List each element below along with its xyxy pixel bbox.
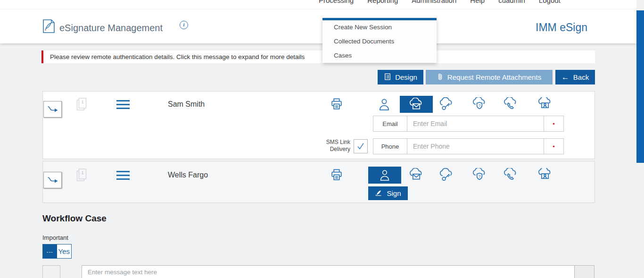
video-verify-auth-icon[interactable] — [538, 168, 552, 182]
signing-order-flow-button[interactable] — [43, 101, 62, 118]
request-remote-attachments-label: Request Remote Attachments — [447, 73, 541, 81]
scrollbar-thumb[interactable] — [636, 10, 644, 163]
important-toggle-off-segment[interactable]: --- — [43, 244, 57, 258]
back-arrow-icon: ← — [561, 73, 570, 82]
document-count-icon: 1 — [75, 97, 88, 114]
workflow-case-heading: Workflow Case — [42, 213, 107, 224]
message-text-input[interactable] — [82, 265, 575, 278]
menu-item-create-new-session[interactable]: Create New Session — [322, 20, 437, 34]
design-button[interactable]: Design — [378, 70, 423, 84]
nav-item-administration[interactable]: Administration — [412, 0, 456, 4]
phone-required-marker: • — [544, 138, 564, 154]
security-question-auth-icon[interactable]: ? — [472, 97, 487, 111]
paperclip-icon — [437, 72, 444, 83]
nav-item-reporting[interactable]: Reporting — [367, 0, 398, 4]
email-auth-icon-selected[interactable] — [400, 96, 433, 113]
phone-input[interactable] — [407, 138, 544, 154]
access-code-auth-icon[interactable] — [439, 168, 454, 182]
signer-row-sam-smith: 1 Sam Smith — [42, 91, 595, 159]
svg-text:1: 1 — [81, 100, 83, 104]
nav-item-username[interactable]: cuadmin — [498, 0, 525, 4]
email-field-group: Email • — [373, 116, 564, 132]
email-field-label: Email — [373, 116, 407, 132]
menu-item-collected-documents[interactable]: Collected Documents — [322, 34, 437, 49]
info-icon[interactable]: i — [180, 21, 188, 29]
drag-handle-icon[interactable] — [116, 100, 130, 109]
phone-field-label: Phone — [373, 138, 407, 154]
document-count-icon: 1 — [75, 168, 88, 185]
back-button[interactable]: ← Back — [555, 70, 595, 84]
nav-divider — [0, 9, 636, 9]
design-document-icon — [384, 73, 391, 82]
video-verify-auth-icon[interactable] — [538, 97, 552, 111]
svg-text:?: ? — [479, 103, 481, 108]
drag-handle-icon[interactable] — [116, 171, 130, 180]
sign-button-label: Sign — [387, 189, 401, 197]
in-person-sign-icon-selected[interactable] — [368, 167, 401, 184]
esign-app-window: Processing Reporting Administration Help… — [0, 0, 644, 278]
brand-logo-text: IMM eSign — [536, 21, 587, 34]
nav-item-help[interactable]: Help — [470, 0, 485, 4]
print-icon[interactable] — [330, 97, 344, 111]
top-band: Processing Reporting Administration Help… — [0, 0, 636, 43]
design-button-label: Design — [395, 73, 417, 81]
email-required-marker: • — [544, 116, 564, 132]
sign-button[interactable]: Sign — [368, 186, 408, 200]
processing-dropdown-menu: Create New Session Collected Documents C… — [322, 18, 437, 63]
phone-auth-icon[interactable] — [504, 97, 518, 111]
signing-order-flow-button[interactable] — [43, 172, 62, 188]
access-code-auth-icon[interactable] — [439, 97, 454, 111]
signer-name: Sam Smith — [168, 100, 205, 109]
print-icon[interactable] — [330, 168, 344, 182]
in-person-sign-icon[interactable] — [378, 97, 392, 111]
important-toggle-on-segment[interactable]: Yes — [57, 244, 71, 258]
svg-text:?: ? — [479, 174, 481, 179]
quill-pen-icon — [375, 189, 383, 198]
phone-field-group: Phone • — [373, 138, 564, 154]
back-button-label: Back — [573, 73, 589, 81]
sms-link-delivery-checkbox[interactable] — [354, 139, 368, 153]
important-label: Important — [42, 234, 68, 241]
email-input[interactable] — [407, 116, 544, 132]
message-row-trailing-box[interactable] — [574, 265, 594, 278]
menu-item-cases[interactable]: Cases — [322, 49, 437, 63]
svg-text:1: 1 — [81, 170, 83, 175]
request-remote-attachments-button[interactable]: Request Remote Attachments — [426, 70, 553, 84]
sms-link-delivery-label: SMS Link Delivery — [322, 139, 350, 153]
remote-auth-alert-banner[interactable]: Please review remote authentication deta… — [41, 51, 595, 63]
signer-name: Wells Fargo — [168, 171, 208, 179]
security-question-auth-icon[interactable]: ? — [472, 168, 487, 182]
important-toggle: --- Yes — [42, 244, 72, 259]
signer-row-wells-fargo: 1 Wells Fargo — [42, 161, 595, 203]
message-row-leading-box — [42, 265, 60, 278]
email-auth-icon[interactable] — [409, 168, 423, 182]
esignature-document-pen-icon — [42, 19, 55, 35]
page-title: eSignature Management — [59, 23, 163, 34]
top-navigation: Processing Reporting Administration Help… — [319, 0, 561, 4]
phone-auth-icon[interactable] — [504, 168, 518, 182]
nav-item-logout[interactable]: Logout — [539, 0, 561, 4]
nav-item-processing[interactable]: Processing — [319, 0, 354, 4]
